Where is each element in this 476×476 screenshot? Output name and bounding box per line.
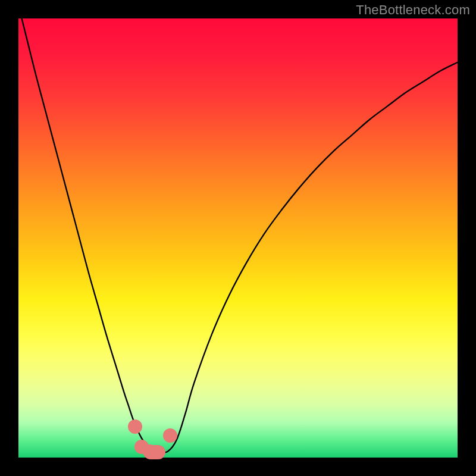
chart-plot-area: [18, 18, 458, 458]
watermark-text: TheBottleneck.com: [356, 2, 470, 18]
curve-marker-dot: [163, 428, 177, 443]
chart-outer-frame: TheBottleneck.com: [0, 0, 476, 476]
curve-marker-pill: [143, 445, 165, 459]
curve-marker-dot: [128, 419, 142, 434]
